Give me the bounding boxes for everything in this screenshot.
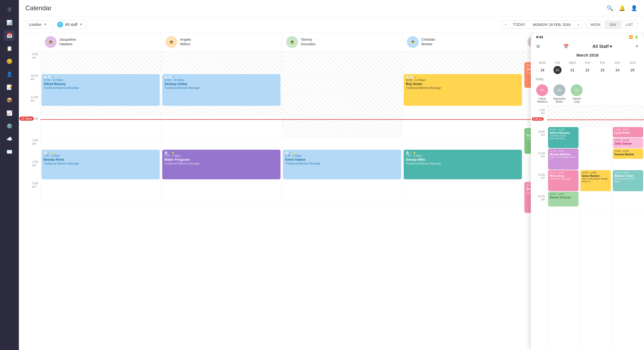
sidebar-icon-cube[interactable]: 📦 (4, 95, 15, 106)
appt-george-mills[interactable]: 📄 ✓ ⭐ 1:30 - 2:45pm George Mills Traditi… (404, 150, 522, 179)
staff-count: 7 (57, 22, 63, 27)
appt-zachary-kelley[interactable]: 📄 📄 ✓ 10:00 - 11:30am Zachary Kelley Tra… (162, 74, 281, 106)
next-day-button[interactable]: › (575, 21, 583, 28)
mobile-grid-columns: 10:00 - 11:00 Alfred Massey Traditional … (547, 106, 644, 350)
grid-row-10-tammy (282, 73, 402, 94)
mobile-appt-shawn[interactable]: 13:00 - 14:00 Shawn Duncan (548, 192, 579, 206)
sidebar-icon-calendar[interactable]: 📅 (4, 30, 15, 41)
cal-day-24[interactable]: 24 (613, 66, 621, 74)
cal-day-21[interactable]: 21 (568, 66, 576, 74)
mobile-avatar-carrie: CH (536, 84, 548, 96)
day-header-fri: FRI (595, 60, 610, 65)
mobile-schedule: 9:00am 10:00am 11:00am 12:00pm 01:00pm (531, 106, 644, 350)
appt-walter-ferguson[interactable]: 📄 ✓ ⭐ 1:30 - 2:45pm Walter Ferguson Trad… (162, 150, 281, 179)
mobile-staff-label: All Staff (593, 44, 609, 49)
day-header-sat: SAT (610, 60, 625, 65)
mobile-appt-bessie[interactable]: 11:00 - 12:00 Bessie Medina Hair Cut M S… (548, 149, 579, 170)
m-time-gene: 12:00 - 13:00 (582, 171, 609, 174)
appt-name-zachary: Zachary Kelley (164, 82, 278, 86)
cal-day-23[interactable]: 23 (598, 66, 607, 74)
day-header-thu: THU (580, 60, 595, 65)
cal-day-19[interactable]: 19 (538, 66, 546, 74)
mobile-appt-gene[interactable]: 12:00 - 13:00 Gene Barker Hair Colouring… (580, 170, 611, 191)
avatar-angela: 👩 (165, 36, 177, 48)
notification-icon[interactable]: 🔔 (619, 5, 625, 11)
cal-day-20[interactable]: 20 (553, 66, 562, 74)
mobile-row-9-carrie (547, 106, 579, 127)
sidebar-icon-person[interactable]: 👤 (4, 69, 15, 80)
grid-row-11-tammy (282, 94, 402, 116)
mobile-appt-lydia[interactable]: 10:00 - 10:30 Lydia Ford (613, 127, 643, 137)
m-time-bessie: 11:00 - 12:00 (550, 150, 577, 152)
grid-row-9-tammy (282, 51, 402, 73)
day-view-button[interactable]: DAY (605, 21, 621, 28)
view-toggle: WEEK DAY LIST (586, 21, 638, 29)
mobile-staff-select[interactable]: All Staff ▾ (593, 44, 612, 49)
sidebar-icon-smiley[interactable]: 😊 (4, 56, 15, 67)
all-staff-label: All staff (65, 22, 78, 27)
mobile-row-1-samantha (580, 192, 612, 213)
sidebar-icon-mail[interactable]: ✉️ (4, 146, 15, 157)
m-service-gene: Hair Colouring M Single Room 5 (582, 177, 609, 183)
sidebar-icon-chart[interactable]: 📈 (4, 108, 15, 118)
sidebar-icon-document[interactable]: 📋 (4, 43, 15, 54)
appt-name-brenda: Brenda Hicks (44, 158, 158, 162)
m-name-gene: Gene Barker (582, 174, 609, 177)
page-title: Calendar (25, 4, 51, 12)
staff-select[interactable]: 7 All staff ▼ (54, 20, 86, 29)
appt-roy-green[interactable]: 📄 📄 ✓ 10:00 - 11:30am Roy Green Traditio… (404, 74, 522, 106)
mobile-calendar-icon[interactable]: 📅 (563, 44, 569, 49)
day-header-sun: SUN (625, 60, 640, 65)
user-icon[interactable]: 👤 (631, 5, 638, 11)
sidebar: ☰ 📊 📅 📋 😊 👤 📝 📦 📈 ⚙️ ☁️ ✉️ (0, 0, 19, 350)
mobile-appt-fannie[interactable]: 10:30 - 11:00 Fannie Barber (613, 149, 643, 159)
mobile-avatar-harold: HL (571, 84, 583, 96)
appt-kevin-adams[interactable]: 📄 ✓ ⭐ 1:30 - 2:45pm Kevin Adams Traditio… (283, 150, 401, 179)
appt-time-walter: 1:30 - 2:45pm (164, 154, 278, 157)
time-slot-1pm: 1:00pm (19, 138, 40, 159)
m-name-shawn: Shawn Duncan (550, 196, 577, 199)
mobile-appt-winnie[interactable]: 12:00 - 13:00 Winnie Fisher Refining Fac… (613, 170, 643, 191)
list-view-button[interactable]: LIST (621, 21, 637, 28)
sidebar-icon-menu[interactable]: ☰ (4, 4, 15, 15)
week-view-button[interactable]: WEEK (586, 21, 605, 28)
appt-time-brenda: 1:30 - 2:45pm (44, 154, 158, 157)
mobile-appt-myra[interactable]: 12:30 - 13:30 Myra Gray Hot Stone Massag… (548, 170, 579, 191)
sidebar-icon-stats[interactable]: 📊 (4, 17, 15, 28)
mobile-add-button[interactable]: + (635, 43, 639, 50)
mini-cal-month: March 2018 (535, 53, 640, 57)
mobile-appt-alfred[interactable]: 10:00 - 11:00 Alfred Massey Traditional … (548, 127, 579, 148)
m-time-alfred: 10:00 - 11:00 (550, 128, 577, 131)
appt-service-brenda: Traditional Balinese Massage (44, 162, 158, 165)
sidebar-icon-clipboard[interactable]: 📝 (4, 82, 15, 93)
staff-header-jacqueline: 👩 JacquelineHawkins (40, 33, 161, 51)
mobile-staff-samantha: SB Samantha Burke (552, 84, 566, 103)
grid-row-3-angela (161, 181, 282, 202)
appt-alfred-massey[interactable]: 📄 📄 ✓ 10:00 - 11:30am Alfred Massey Trad… (41, 74, 160, 106)
staff-header-christian: 👨 ChristianBrewer (403, 33, 523, 51)
location-arrow: ▼ (44, 23, 47, 26)
time-slot-9am: 9:00am (19, 51, 40, 73)
cal-day-22[interactable]: 22 (583, 66, 591, 74)
mobile-time: 9:41 (536, 35, 543, 39)
mobile-filter-icon[interactable]: ⚙ (536, 44, 540, 49)
prev-day-button[interactable]: ‹ (502, 21, 510, 28)
appt-time-kevin: 1:30 - 2:45pm (285, 154, 399, 157)
grid-row-3-tammy (282, 181, 402, 202)
mobile-time-10am: 10:00am (531, 129, 547, 151)
appt-brenda-hicks[interactable]: 📄 ✓ ⭐ 1:30 - 2:45pm Brenda Hicks Traditi… (41, 150, 160, 179)
mobile-appt-john-garner[interactable]: 10:30 - 11:00 John Garner (613, 138, 643, 148)
search-icon[interactable]: 🔍 (607, 5, 613, 11)
today-button[interactable]: TODAY (510, 21, 529, 28)
sidebar-icon-settings[interactable]: ⚙️ (4, 121, 15, 131)
sidebar-icon-upload[interactable]: ☁️ (4, 134, 15, 144)
mobile-avatar-samantha: SB (553, 84, 565, 96)
time-slot-2pm: 2:00pm (19, 159, 40, 181)
day-header-tue: TUE (550, 60, 565, 65)
location-select[interactable]: London ▼ (25, 20, 50, 29)
staff-arrow: ▼ (79, 23, 83, 26)
staff-name-angela: AngelaWilson (180, 37, 191, 47)
grid-row-3-christian (403, 181, 523, 202)
grid-row-9-christian (403, 51, 523, 73)
cal-day-25[interactable]: 25 (628, 66, 636, 74)
